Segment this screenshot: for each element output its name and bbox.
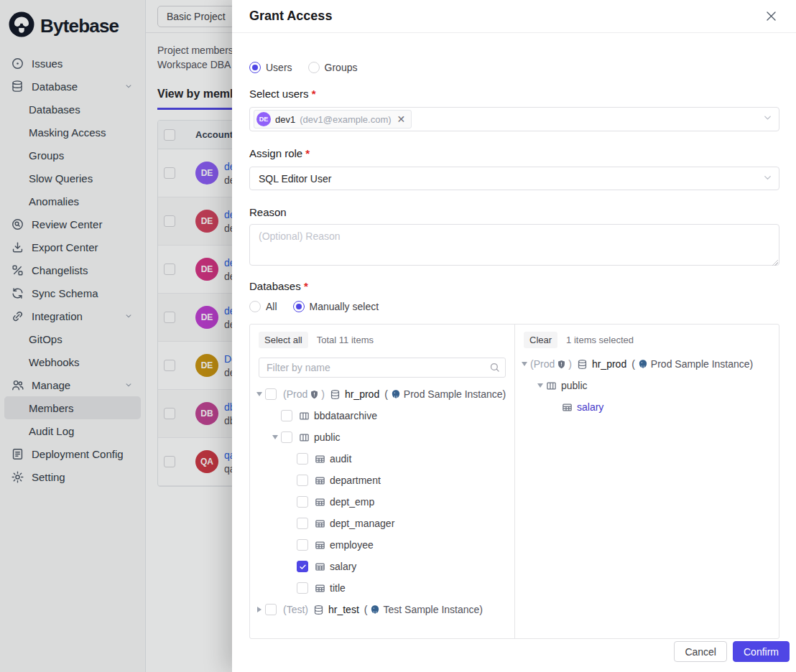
clear-button[interactable]: Clear	[524, 332, 557, 348]
confirm-button[interactable]: Confirm	[733, 641, 790, 662]
radio-dot	[249, 301, 261, 312]
postgres-icon	[391, 389, 401, 399]
reason-textarea[interactable]	[249, 224, 779, 266]
radio-dot	[293, 301, 305, 312]
reason-label: Reason	[249, 206, 779, 218]
tree-row-dept-emp[interactable]: dept_emp	[250, 491, 514, 513]
radio-manually-select[interactable]: Manually select	[293, 301, 379, 312]
database-picker: Select all Total 11 items (Prod )hr_prod…	[249, 324, 779, 639]
close-icon[interactable]	[763, 9, 779, 24]
caret-right-icon[interactable]	[254, 607, 265, 612]
tree-row-department[interactable]: department	[250, 470, 514, 491]
tree-node-label: bbdataarchive	[314, 410, 377, 421]
app-root: Bytebase IssuesDatabaseDatabasesMasking …	[0, 0, 796, 672]
tree-node-label: dept_manager	[330, 518, 394, 529]
tree-checkbox[interactable]	[281, 431, 292, 443]
cancel-button[interactable]: Cancel	[674, 641, 727, 662]
environment-label: (Test)	[283, 604, 308, 615]
tree-checkbox[interactable]	[265, 388, 277, 400]
assign-role-label: Assign role	[249, 147, 779, 159]
tree-node-label: employee	[330, 539, 374, 551]
table-icon	[315, 454, 325, 465]
table-icon	[562, 402, 573, 413]
radio-all-databases[interactable]: All	[249, 301, 277, 312]
tree-row-hr-test[interactable]: (Test)hr_test(Test Sample Instance)	[250, 599, 514, 620]
table-icon	[315, 475, 325, 486]
select-all-button[interactable]: Select all	[259, 332, 308, 348]
table-icon	[315, 583, 325, 594]
caret-down-icon[interactable]	[254, 392, 265, 396]
radio-users[interactable]: Users	[249, 62, 292, 73]
database-icon	[313, 605, 324, 615]
tree-node-label: salary	[330, 561, 356, 572]
tree-checkbox[interactable]	[265, 604, 277, 615]
databases-label: Databases	[249, 280, 779, 292]
tree-row-salary[interactable]: salary	[250, 556, 514, 577]
radio-dot	[308, 62, 320, 73]
modal-title: Grant Access	[249, 9, 332, 24]
instance-label: (Prod Sample Instance)	[631, 358, 753, 370]
tree-node-label: hr_prod	[592, 358, 626, 370]
chevron-down-icon	[762, 172, 773, 185]
database-icon	[330, 389, 341, 400]
tree-node-label: salary	[577, 401, 603, 413]
caret-down-icon[interactable]	[519, 362, 530, 366]
caret-down-icon[interactable]	[534, 383, 546, 388]
tree-checkbox[interactable]	[281, 410, 292, 421]
tree-row-title[interactable]: title	[250, 577, 514, 599]
tree-row-employee[interactable]: employee	[250, 534, 514, 556]
tree-checkbox[interactable]	[297, 539, 308, 551]
tree-row-audit[interactable]: audit	[250, 448, 514, 470]
remove-user-icon[interactable]: ✕	[397, 114, 406, 124]
tree-row-dept-manager[interactable]: dept_manager	[250, 513, 514, 534]
postgres-icon	[638, 359, 648, 369]
tree-checkbox[interactable]	[297, 561, 308, 572]
tree-checkbox[interactable]	[297, 582, 308, 594]
schema-icon	[546, 381, 557, 391]
table-icon	[315, 561, 325, 572]
postgres-icon	[370, 605, 380, 615]
shield-icon	[310, 390, 319, 399]
environment-label: (Prod )	[530, 358, 572, 370]
shield-icon	[557, 360, 566, 369]
database-scope-radio-group: All Manually select	[249, 301, 779, 312]
tree-row-hr-prod[interactable]: (Prod )hr_prod(Prod Sample Instance)	[250, 383, 514, 405]
tree-node-label: dept_emp	[330, 496, 374, 508]
instance-label: (Prod Sample Instance)	[384, 388, 506, 400]
tree-node-label: public	[314, 431, 341, 443]
principal-type-radio-group: Users Groups	[249, 62, 779, 73]
selected-user-chip: DE dev1 (dev1@example.com) ✕	[254, 110, 412, 129]
tree-checkbox[interactable]	[297, 475, 308, 486]
tree-node-label: hr_test	[328, 604, 359, 615]
tree-checkbox[interactable]	[297, 453, 308, 465]
tree-node-label: title	[330, 582, 346, 594]
chip-avatar: DE	[256, 112, 271, 126]
tree-row-bbdataarchive[interactable]: bbdataarchive	[250, 405, 514, 426]
caret-down-icon[interactable]	[269, 435, 281, 439]
chevron-down-icon	[762, 113, 773, 126]
select-users-input[interactable]: DE dev1 (dev1@example.com) ✕	[249, 107, 779, 131]
resize-grip-icon[interactable]	[772, 259, 778, 266]
grant-access-modal: Grant Access Users Groups Select users D…	[232, 0, 796, 672]
table-icon	[315, 540, 325, 551]
assign-role-select[interactable]: SQL Editor User	[249, 167, 779, 190]
selected-count-label: 1 items selected	[566, 335, 634, 345]
picker-source-pane: Select all Total 11 items (Prod )hr_prod…	[250, 325, 515, 638]
schema-icon	[299, 411, 310, 421]
environment-label: (Prod )	[283, 388, 325, 400]
instance-label: (Test Sample Instance)	[364, 604, 483, 615]
select-users-label: Select users	[249, 88, 779, 100]
table-icon	[315, 518, 325, 529]
tree-row-public[interactable]: public	[515, 375, 779, 396]
radio-dot	[249, 62, 261, 73]
filter-by-name-input[interactable]	[259, 358, 506, 378]
radio-groups[interactable]: Groups	[308, 62, 358, 73]
tree-node-label: audit	[330, 453, 351, 465]
tree-node-label: hr_prod	[345, 388, 379, 400]
tree-row-public[interactable]: public	[250, 426, 514, 448]
tree-row-salary[interactable]: salary	[515, 396, 779, 418]
tree-row-hr-prod[interactable]: (Prod )hr_prod(Prod Sample Instance)	[515, 353, 779, 375]
tree-checkbox[interactable]	[297, 518, 308, 529]
tree-checkbox[interactable]	[297, 496, 308, 508]
schema-icon	[299, 432, 310, 443]
